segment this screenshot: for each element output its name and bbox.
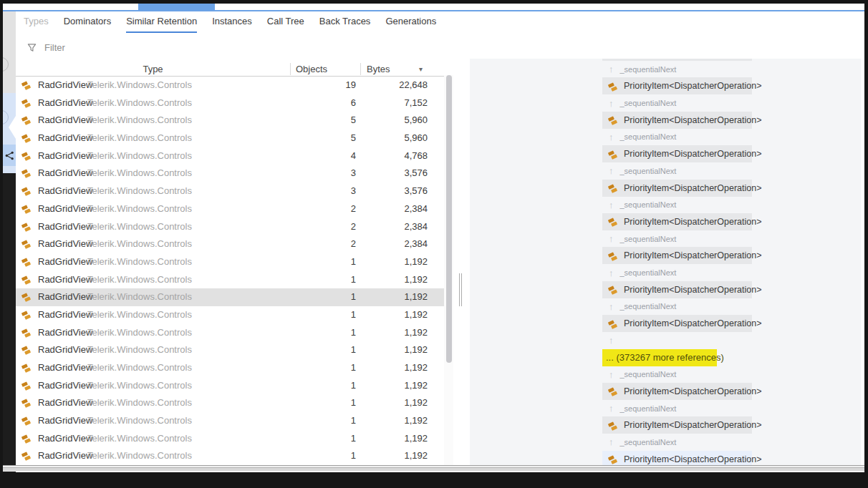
table-row[interactable]: RadGridView Telerik.Windows.Controls 3 3…	[16, 165, 444, 182]
type-name: RadGridView	[38, 271, 92, 289]
table-row[interactable]: RadGridView Telerik.Windows.Controls 1 1…	[16, 447, 444, 465]
sort-caret-icon[interactable]: ▾	[419, 62, 423, 76]
type-namespace: Telerik.Windows.Controls	[87, 324, 192, 342]
table-row[interactable]: RadGridView Telerik.Windows.Controls 1 1…	[16, 394, 444, 412]
table-row[interactable]: RadGridView Telerik.Windows.Controls 1 1…	[16, 271, 444, 289]
class-icon	[21, 99, 31, 108]
table-row[interactable]: RadGridView Telerik.Windows.Controls 1 1…	[16, 253, 444, 271]
graph-item[interactable]: ↑ _sequentialNext	[602, 197, 752, 213]
table-row[interactable]: RadGridView Telerik.Windows.Controls 1 1…	[16, 412, 444, 430]
table-row[interactable]: RadGridView Telerik.Windows.Controls 2 2…	[16, 200, 444, 218]
table-row[interactable]: RadGridView Telerik.Windows.Controls 5 5…	[16, 112, 444, 130]
objects-count: 1	[291, 394, 356, 412]
window-frame-left	[0, 0, 3, 488]
graph-item[interactable]: ↑	[602, 332, 752, 348]
types-table: RadGridView Telerik.Windows.Controls 19 …	[16, 77, 444, 467]
graph-item-label: PriorityItem<DispatcherOperation>	[624, 183, 761, 193]
tab[interactable]: Types	[24, 16, 49, 33]
table-row[interactable]: RadGridView Telerik.Windows.Controls 1 1…	[16, 288, 444, 306]
graph-item[interactable]: ↑ _sequentialNext	[602, 434, 752, 450]
graph-item[interactable]: ↑ _sequentialNext	[602, 366, 752, 383]
graph-item[interactable]: ↑ PriorityItem<DispatcherOperation>	[602, 416, 752, 434]
graph-item[interactable]: ↑ _sequentialNext	[602, 264, 752, 280]
table-row[interactable]: RadGridView Telerik.Windows.Controls 1 1…	[16, 377, 444, 395]
class-icon	[21, 258, 31, 267]
graph-item-label: PriorityItem<DispatcherOperation>	[624, 149, 761, 159]
graph-item[interactable]: ↑ _sequentialNext	[602, 94, 752, 111]
horizontal-scrollbar-thumb[interactable]	[3, 467, 864, 471]
graph-item[interactable]: ↑ _sequentialNext	[602, 230, 752, 247]
class-icon	[608, 386, 617, 396]
class-icon	[21, 381, 31, 391]
type-namespace: Telerik.Windows.Controls	[87, 377, 192, 395]
graph-item[interactable]: ↑ _sequentialNext	[602, 61, 752, 77]
objects-count: 5	[291, 130, 356, 147]
graph-item[interactable]: ↑ PriorityItem<DispatcherOperation>	[602, 383, 752, 400]
graph-item[interactable]: ↑ PriorityItem<DispatcherOperation>	[602, 180, 752, 197]
graph-item[interactable]: ↑ PriorityItem<DispatcherOperation>	[602, 112, 752, 129]
table-row[interactable]: RadGridView Telerik.Windows.Controls 2 2…	[16, 218, 444, 236]
filter-bar[interactable]: Filter	[27, 42, 65, 53]
column-header-type[interactable]: Type	[16, 62, 290, 76]
tab[interactable]: Dominators	[64, 16, 111, 33]
table-row[interactable]: RadGridView Telerik.Windows.Controls 19 …	[16, 77, 444, 94]
class-icon	[608, 319, 617, 328]
graph-item[interactable]: ↑ PriorityItem<DispatcherOperation>	[602, 213, 752, 230]
tab[interactable]: Back Traces	[319, 16, 371, 33]
objects-count: 1	[291, 288, 356, 306]
horizontal-scrollbar-track[interactable]	[3, 465, 864, 472]
graph-item[interactable]: ↑ ... (373267 more references)	[602, 349, 717, 366]
graph-item[interactable]: ↑ _sequentialNext	[602, 129, 752, 145]
table-row[interactable]: RadGridView Telerik.Windows.Controls 1 1…	[16, 430, 444, 448]
table-row[interactable]: RadGridView Telerik.Windows.Controls 5 5…	[16, 130, 444, 147]
graph-item[interactable]: ↑ _sequentialNext	[602, 400, 752, 416]
type-name: RadGridView	[38, 165, 92, 182]
graph-item-label: _sequentialNext	[620, 404, 677, 413]
tab[interactable]: Call Tree	[267, 16, 304, 33]
graph-item[interactable]: ↑ _sequentialNext	[602, 162, 752, 179]
objects-count: 2	[291, 235, 356, 253]
bytes-value: 3,576	[356, 182, 428, 200]
panel-splitter[interactable]	[453, 59, 470, 467]
retention-graph-nav-item[interactable]	[3, 145, 16, 166]
bytes-value: 5,960	[356, 130, 428, 147]
table-row[interactable]: RadGridView Telerik.Windows.Controls 1 1…	[16, 359, 444, 377]
graph-item[interactable]: ↑ PriorityItem<DispatcherOperation>	[602, 451, 752, 466]
type-name: RadGridView	[38, 200, 92, 218]
tab[interactable]: Similar Retention	[126, 16, 197, 33]
up-arrow-icon: ↑	[609, 64, 614, 74]
left-edge-sidebar	[3, 11, 16, 472]
bytes-value: 1,192	[356, 359, 428, 377]
type-namespace: Telerik.Windows.Controls	[87, 218, 192, 236]
graph-item-label: _sequentialNext	[620, 370, 677, 379]
table-row[interactable]: RadGridView Telerik.Windows.Controls 3 3…	[16, 182, 444, 200]
column-header-bytes[interactable]: Bytes	[367, 62, 390, 76]
class-icon	[21, 311, 31, 320]
column-separator[interactable]	[360, 63, 361, 75]
type-name: RadGridView	[38, 182, 92, 200]
column-separator[interactable]	[290, 63, 291, 75]
table-row[interactable]: RadGridView Telerik.Windows.Controls 1 1…	[16, 341, 444, 359]
objects-count: 3	[291, 165, 356, 182]
tab[interactable]: Generations	[385, 16, 436, 33]
type-name: RadGridView	[38, 394, 92, 412]
tab[interactable]: Instances	[212, 16, 252, 33]
table-scrollbar-thumb[interactable]	[446, 75, 452, 363]
bytes-value: 2,384	[356, 218, 428, 236]
graph-item-label: _sequentialNext	[620, 235, 677, 243]
type-name: RadGridView	[38, 324, 92, 342]
graph-item[interactable]: ↑ _sequentialNext	[602, 298, 752, 315]
graph-item[interactable]: ↑ PriorityItem<DispatcherOperation>	[602, 145, 752, 162]
graph-item[interactable]: ↑ PriorityItem<DispatcherOperation>	[602, 77, 752, 94]
table-row[interactable]: RadGridView Telerik.Windows.Controls 4 4…	[16, 147, 444, 165]
graph-item[interactable]: ↑ PriorityItem<DispatcherOperation>	[602, 315, 752, 332]
graph-item[interactable]: ↑ PriorityItem<DispatcherOperation>	[602, 247, 752, 264]
table-row[interactable]: RadGridView Telerik.Windows.Controls 1 1…	[16, 306, 444, 324]
column-header-objects[interactable]: Objects	[296, 62, 327, 76]
type-namespace: Telerik.Windows.Controls	[87, 182, 192, 200]
graph-item[interactable]: ↑ PriorityItem<DispatcherOperation>	[602, 281, 752, 298]
table-row[interactable]: RadGridView Telerik.Windows.Controls 6 7…	[16, 94, 444, 112]
table-row[interactable]: RadGridView Telerik.Windows.Controls 1 1…	[16, 324, 444, 342]
class-icon	[21, 205, 31, 214]
table-row[interactable]: RadGridView Telerik.Windows.Controls 2 2…	[16, 235, 444, 253]
